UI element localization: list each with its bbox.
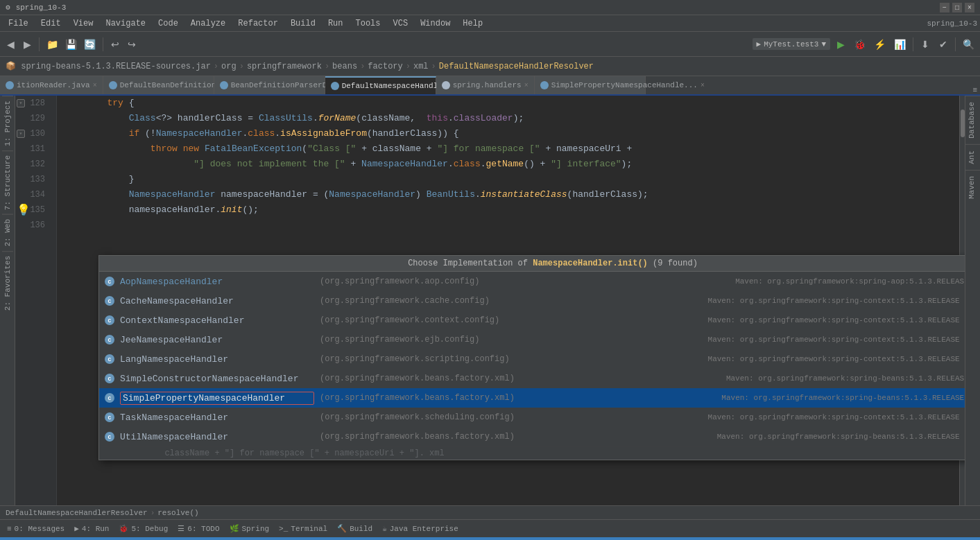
maximize-button[interactable]: □ — [952, 3, 962, 12]
toolbar-back-button[interactable]: ◀ — [3, 35, 18, 53]
autocomplete-count: (9 found) — [648, 259, 698, 268]
breadcrumb-org[interactable]: org — [221, 62, 237, 71]
autocomplete-footer-line: className + "] for namespace [" + namesp… — [99, 446, 965, 460]
menu-code[interactable]: Code — [153, 17, 184, 30]
menu-navigate[interactable]: Navigate — [100, 17, 151, 30]
menu-file[interactable]: File — [3, 17, 34, 30]
search-everywhere-button[interactable]: 🔍 — [960, 35, 977, 53]
breadcrumb-factory[interactable]: factory — [368, 62, 402, 71]
breadcrumb-sep-1: › — [214, 62, 218, 71]
scroll-thumb[interactable] — [961, 110, 965, 137]
bottom-messages-tab[interactable]: ≡ 0: Messages — [3, 523, 69, 534]
profile-button[interactable]: 📊 — [891, 35, 909, 53]
ac-source-context: Maven: org.springframework:spring-contex… — [708, 316, 965, 324]
bottom-debug-tab[interactable]: 🐞 5: Debug — [114, 523, 172, 534]
ac-item-lang[interactable]: C LangNamespaceHandler (org.springframew… — [99, 349, 965, 369]
code-line-136 — [57, 218, 965, 233]
ac-item-util[interactable]: C UtilNamespaceHandler (org.springframew… — [99, 427, 965, 446]
fold-indicator-128[interactable]: ▾ — [17, 99, 25, 107]
bottom-javaenterprise-tab[interactable]: ☕ Java Enterprise — [378, 523, 463, 534]
tab-icon-java3 — [220, 81, 228, 89]
breadcrumb-beans[interactable]: beans — [332, 62, 357, 71]
tab-close-itionreader[interactable]: × — [93, 82, 97, 89]
tool-ant-button[interactable]: Ant — [965, 144, 980, 170]
breadcrumb-xml[interactable]: xml — [413, 62, 429, 71]
tool-favorites-button[interactable]: 2: Favorites — [2, 251, 13, 315]
line-num-128: 128 — [30, 96, 45, 111]
breadcrumb-class[interactable]: DefaultNamespaceHandlerResolver — [439, 62, 594, 71]
tab-close-simplepropertyhandler[interactable]: × — [700, 82, 705, 89]
toolbar-forward-button[interactable]: ▶ — [19, 35, 35, 53]
tab-springhandlers[interactable]: spring.handlers × — [436, 76, 535, 94]
toolbar-sync-button[interactable]: 🔄 — [81, 35, 98, 53]
menu-build[interactable]: Build — [285, 17, 321, 30]
tab-beanparser[interactable]: BeanDefinitionParserDelegate.java × — [214, 76, 325, 94]
breadcrumb-jar[interactable]: 📦 spring-beans-5.1.3.RELEASE-sources.jar — [6, 61, 211, 71]
ac-item-task[interactable]: C TaskNamespaceHandler (org.springframew… — [99, 408, 965, 427]
menu-analyze[interactable]: Analyze — [185, 17, 231, 30]
tool-structure-button[interactable]: 7: Structure — [2, 150, 13, 214]
bottom-terminal-tab[interactable]: >_ Terminal — [275, 523, 332, 534]
line-num-133: 133 — [30, 172, 45, 187]
ac-item-context[interactable]: C ContextNamespaceHandler (org.springfra… — [99, 311, 965, 330]
run-button[interactable]: ▶ — [833, 35, 848, 53]
tab-itionreader[interactable]: itionReader.java × — [0, 76, 103, 94]
bottom-run-tab[interactable]: ▶ 4: Run — [70, 523, 113, 534]
menu-refactor[interactable]: Refactor — [232, 17, 284, 30]
minimize-button[interactable]: − — [940, 3, 949, 12]
bottom-build-tab[interactable]: 🔨 Build — [333, 523, 377, 534]
tab-icon-java4 — [331, 82, 339, 90]
run-icon: ▶ — [74, 524, 79, 533]
tool-web-button[interactable]: 2: Web — [2, 214, 13, 251]
ac-pkg-simpleconstructor: (org.springframework.beans.factory.xml) — [320, 374, 721, 383]
menu-tools[interactable]: Tools — [350, 17, 386, 30]
ac-item-simpleproperty[interactable]: C SimplePropertyNamespaceHandler (org.sp… — [99, 388, 965, 408]
fold-indicator-130[interactable]: ▾ — [17, 130, 25, 138]
toolbar-save-button[interactable]: 💾 — [62, 35, 80, 53]
menu-vcs[interactable]: VCS — [388, 17, 414, 30]
tab-label-simplepropertyhandler: SimplePropertyNamespaceHandle... — [551, 81, 698, 89]
bottom-todo-tab[interactable]: ☰ 6: TODO — [173, 523, 223, 534]
breadcrumb-springframework[interactable]: springframework — [247, 62, 322, 71]
ac-name-lang: LangNamespaceHandler — [120, 354, 314, 365]
code-editor[interactable]: try { Class<?> handlerClass = ClassUtils… — [57, 96, 965, 505]
code-line-131: throw new FatalBeanException("Class [" +… — [57, 141, 965, 157]
vcs-update-button[interactable]: ⬇ — [918, 35, 933, 53]
ac-item-cache[interactable]: C CacheNamespaceHandler (org.springframe… — [99, 291, 965, 311]
tool-database-button[interactable]: Database — [965, 96, 980, 144]
vcs-commit-button[interactable]: ✔ — [936, 35, 951, 53]
debug-label: 5: Debug — [131, 525, 168, 533]
debug-button[interactable]: 🐞 — [851, 35, 868, 53]
close-button[interactable]: × — [965, 3, 974, 12]
line-num-131: 131 — [30, 141, 45, 157]
code-line-128: try { — [57, 96, 965, 111]
menu-window[interactable]: Window — [415, 17, 456, 30]
breadcrumb-sep-4: › — [360, 62, 365, 71]
tab-icon-text — [442, 81, 450, 89]
ac-name-context: ContextNamespaceHandler — [120, 315, 314, 326]
tab-close-springhandlers[interactable]: × — [524, 82, 528, 89]
toolbar-redo-button[interactable]: ↪ — [124, 35, 139, 53]
tab-simplepropertyhandler[interactable]: SimplePropertyNamespaceHandle... × — [535, 76, 646, 94]
coverage-button[interactable]: ⚡ — [871, 35, 888, 53]
tab-overflow-button[interactable]: ≡ — [972, 86, 977, 94]
run-config-dropdown[interactable]: ▶ MyTest.test3 ▼ — [753, 38, 830, 50]
tool-project-button[interactable]: 1: Project — [2, 96, 13, 150]
menu-view[interactable]: View — [68, 17, 99, 30]
ac-pkg-task: (org.springframework.scheduling.config) — [320, 412, 703, 422]
tab-defaultnamespace[interactable]: DefaultNamespaceHandlerResolver.java × — [325, 76, 436, 94]
toolbar-open-button[interactable]: 📁 — [44, 35, 61, 53]
tab-icon-java — [6, 81, 14, 89]
menu-run[interactable]: Run — [323, 17, 349, 30]
menu-help[interactable]: Help — [457, 17, 488, 30]
bulb-icon-135[interactable]: 💡 — [17, 203, 31, 218]
bottom-spring-tab[interactable]: 🌿 Spring — [225, 523, 274, 534]
ac-item-jee[interactable]: C JeeNamespaceHandler (org.springframewo… — [99, 330, 965, 349]
tab-icon-java2 — [109, 81, 117, 89]
ac-item-simpleconstructor[interactable]: C SimpleConstructorNamespaceHandler (org… — [99, 369, 965, 388]
ac-item-aop[interactable]: C AopNamespaceHandler (org.springframewo… — [99, 272, 965, 291]
tab-defaultbeandefinition[interactable]: DefaultBeanDefinitionDocumentReader.java… — [103, 76, 214, 94]
menu-edit[interactable]: Edit — [35, 17, 67, 30]
tool-maven-button[interactable]: Maven — [965, 170, 980, 204]
toolbar-undo-button[interactable]: ↩ — [108, 35, 123, 53]
